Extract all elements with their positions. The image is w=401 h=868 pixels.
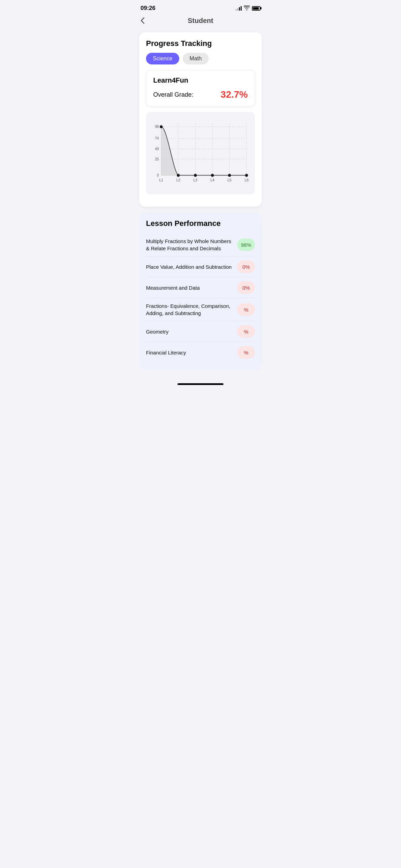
lesson-performance-card: Lesson Performance Multiply Fractions by…: [139, 212, 262, 370]
lesson-score-badge: %: [237, 325, 255, 338]
tab-math[interactable]: Math: [183, 53, 209, 64]
list-item: Measurement and Data 0%: [146, 277, 255, 298]
status-bar: 09:26: [134, 0, 267, 14]
grade-card: Learn4Fun Overall Grade: 32.7%: [146, 70, 255, 107]
svg-point-25: [194, 174, 197, 177]
svg-text:L2: L2: [176, 178, 180, 182]
grade-label: Overall Grade:: [153, 91, 193, 98]
lesson-score-badge: %: [237, 346, 255, 359]
lesson-score-badge: %: [237, 303, 255, 316]
lesson-performance-title: Lesson Performance: [146, 219, 255, 228]
lesson-score-badge: 0%: [237, 281, 255, 294]
svg-point-24: [177, 174, 180, 177]
lesson-name: Fractions- Equivalence, Comparison, Addi…: [146, 302, 237, 317]
list-item: Multiply Fractions by Whole Numbers & Re…: [146, 233, 255, 256]
svg-point-28: [245, 174, 248, 177]
svg-text:L4: L4: [210, 178, 215, 182]
svg-text:0: 0: [157, 173, 159, 177]
tab-science[interactable]: Science: [146, 53, 179, 64]
lesson-score-badge: 0%: [237, 261, 255, 273]
list-item: Geometry %: [146, 321, 255, 342]
progress-tracking-title: Progress Tracking: [146, 39, 255, 48]
signal-icon: [235, 6, 242, 11]
lesson-name: Geometry: [146, 328, 237, 335]
grade-value: 32.7%: [221, 89, 248, 100]
svg-text:98: 98: [155, 125, 159, 129]
home-bar: [178, 383, 223, 385]
lesson-name: Financial Literacy: [146, 349, 237, 356]
lesson-score-badge: 98%: [237, 239, 255, 251]
app-name: Learn4Fun: [153, 76, 248, 84]
chart-svg: 98 74 49 25 0 L1 L2 L3 L4 L5 L6: [149, 116, 250, 191]
progress-tracking-card: Progress Tracking Science Math Learn4Fun…: [139, 32, 262, 207]
page-title: Student: [188, 17, 213, 25]
lesson-name: Multiply Fractions by Whole Numbers & Re…: [146, 238, 237, 252]
status-icons: [235, 5, 260, 11]
svg-point-23: [160, 125, 163, 128]
svg-text:49: 49: [155, 147, 159, 151]
status-time: 09:26: [141, 5, 155, 12]
list-item: Fractions- Equivalence, Comparison, Addi…: [146, 298, 255, 321]
lesson-name: Measurement and Data: [146, 284, 237, 291]
list-item: Place Value, Addition and Subtraction 0%: [146, 256, 255, 277]
lesson-name: Place Value, Addition and Subtraction: [146, 263, 237, 270]
list-item: Financial Literacy %: [146, 342, 255, 363]
svg-text:25: 25: [155, 157, 159, 161]
main-content: Progress Tracking Science Math Learn4Fun…: [134, 28, 267, 379]
performance-chart: 98 74 49 25 0 L1 L2 L3 L4 L5 L6: [146, 112, 255, 194]
back-button[interactable]: [141, 17, 145, 24]
battery-icon: [252, 6, 260, 11]
svg-text:L6: L6: [245, 178, 249, 182]
wifi-icon: [244, 5, 250, 11]
svg-text:L5: L5: [228, 178, 232, 182]
nav-bar: Student: [134, 14, 267, 28]
home-indicator: [134, 379, 267, 388]
subject-tabs: Science Math: [146, 53, 255, 64]
svg-text:74: 74: [155, 136, 159, 140]
svg-text:L1: L1: [159, 178, 163, 182]
svg-point-27: [228, 174, 231, 177]
grade-row: Overall Grade: 32.7%: [153, 89, 248, 100]
svg-point-26: [211, 174, 214, 177]
svg-text:L3: L3: [193, 178, 197, 182]
